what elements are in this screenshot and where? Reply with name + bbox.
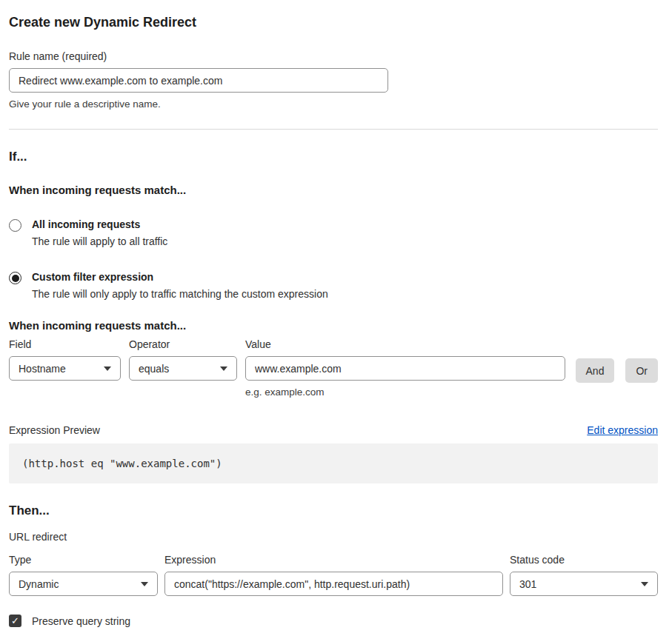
operator-select[interactable]: equals bbox=[129, 356, 237, 381]
redirect-settings-row: Type Dynamic Expression Status code 301 bbox=[9, 554, 658, 596]
type-label: Type bbox=[9, 554, 158, 566]
and-button[interactable]: And bbox=[576, 358, 615, 383]
value-help: e.g. example.com bbox=[245, 386, 565, 398]
edit-expression-link[interactable]: Edit expression bbox=[587, 424, 658, 436]
field-select[interactable]: Hostname bbox=[9, 356, 121, 381]
page-title: Create new Dynamic Redirect bbox=[9, 15, 658, 30]
chevron-down-icon bbox=[220, 366, 227, 371]
section-divider bbox=[9, 129, 658, 130]
if-heading: If... bbox=[9, 150, 658, 164]
status-code-select[interactable]: 301 bbox=[510, 572, 658, 596]
checkbox-checked-icon[interactable]: ✓ bbox=[9, 615, 21, 627]
filter-match-heading: When incoming requests match... bbox=[9, 319, 658, 332]
preserve-query-string-label: Preserve query string bbox=[32, 615, 130, 627]
or-button[interactable]: Or bbox=[625, 358, 658, 383]
value-label: Value bbox=[245, 338, 565, 350]
operator-select-value: equals bbox=[139, 363, 169, 375]
redirect-expression-input[interactable] bbox=[164, 572, 503, 596]
radio-label: All incoming requests bbox=[32, 218, 167, 230]
radio-description: The rule will only apply to traffic matc… bbox=[32, 288, 328, 300]
chevron-down-icon bbox=[141, 582, 148, 586]
type-select[interactable]: Dynamic bbox=[9, 572, 158, 596]
field-label: Field bbox=[9, 338, 121, 350]
status-code-label: Status code bbox=[510, 554, 658, 566]
operator-label: Operator bbox=[129, 338, 237, 350]
radio-icon[interactable] bbox=[9, 272, 21, 284]
expression-label: Expression bbox=[164, 554, 503, 566]
expression-preview-header: Expression Preview Edit expression bbox=[9, 424, 658, 436]
radio-option-all-requests[interactable]: All incoming requests The rule will appl… bbox=[9, 218, 658, 247]
preserve-query-string-option[interactable]: ✓ Preserve query string bbox=[9, 615, 658, 627]
status-code-select-value: 301 bbox=[519, 578, 536, 590]
expression-preview-label: Expression Preview bbox=[9, 424, 100, 436]
rule-name-label: Rule name (required) bbox=[9, 50, 658, 62]
match-heading: When incoming requests match... bbox=[9, 184, 658, 196]
radio-description: The rule will apply to all traffic bbox=[32, 235, 167, 247]
radio-label: Custom filter expression bbox=[32, 271, 328, 283]
radio-icon[interactable] bbox=[9, 219, 21, 232]
type-select-value: Dynamic bbox=[19, 578, 59, 590]
value-input[interactable] bbox=[245, 356, 565, 381]
rule-name-help: Give your rule a descriptive name. bbox=[9, 98, 658, 110]
then-heading: Then... bbox=[9, 503, 658, 518]
url-redirect-label: URL redirect bbox=[9, 531, 658, 543]
field-select-value: Hostname bbox=[19, 363, 66, 375]
radio-option-custom-filter[interactable]: Custom filter expression The rule will o… bbox=[9, 271, 658, 300]
create-redirect-form: Create new Dynamic Redirect Rule name (r… bbox=[0, 0, 672, 636]
rule-name-input[interactable] bbox=[9, 68, 388, 93]
chevron-down-icon bbox=[641, 582, 648, 586]
expression-preview-code: (http.host eq "www.example.com") bbox=[9, 443, 658, 483]
chevron-down-icon bbox=[104, 366, 111, 371]
filter-builder-row: Field Hostname Operator equals Value e.g… bbox=[9, 338, 658, 398]
